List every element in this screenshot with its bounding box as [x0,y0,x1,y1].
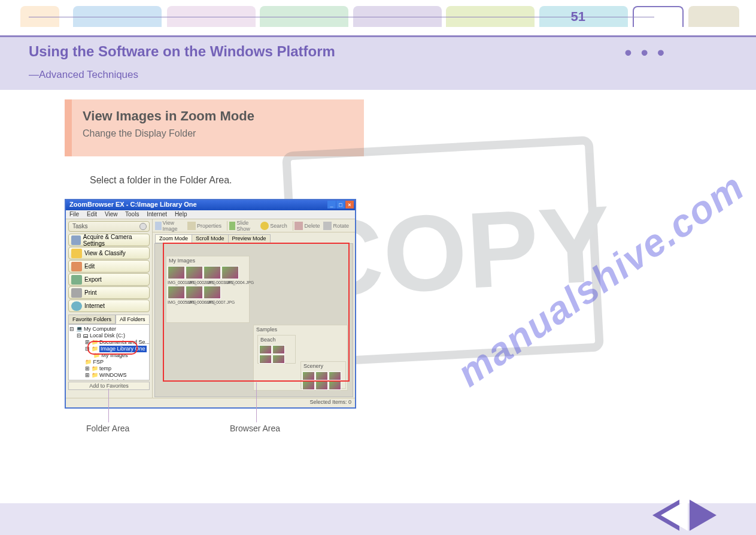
callout-folder-area: Folder Area [86,424,129,433]
task-export[interactable]: Export [68,273,150,286]
search-icon [260,222,269,230]
step-instruction: Select a folder in the Folder Area. [90,175,232,186]
window-titlebar: ZoomBrowser EX - C:\Image Library One _ … [66,200,355,210]
folder-beach[interactable]: Beach [257,335,296,364]
thumb[interactable] [168,286,185,299]
tab-zoom-mode[interactable]: Zoom Mode [155,234,192,243]
tb-properties[interactable]: Properties [187,222,221,230]
thumb[interactable] [329,381,341,390]
task-print-label: Print [84,289,97,296]
tasks-back-icon[interactable] [139,223,147,230]
task-internet-label: Internet [84,303,105,309]
footer [0,503,756,535]
task-edit[interactable]: Edit [68,260,150,273]
toolbar-sep-1 [227,221,227,231]
folder-tabs: Favorite Folders All Folders [68,315,150,324]
close-button[interactable]: × [345,201,354,208]
page-subtitle: —Advanced Techniques [29,69,138,81]
window-title-text: ZoomBrowser EX - C:\Image Library One [69,201,197,208]
folder-scenery[interactable]: Scenery [300,361,346,389]
tab-strip [0,6,756,37]
thumb[interactable] [186,266,203,279]
tree-local-disk-d: ⊞ 🖴 Local Disk (D:) [69,379,148,380]
task-view-classify[interactable]: View & Classify [68,247,150,259]
folder-tree[interactable]: ⊟ 💻 My Computer ⊟ 🖴 Local Disk (C:) ⊞ 📁 … [68,324,150,380]
folder-samples-label: Samples [254,325,347,334]
tab-favorite-folders[interactable]: Favorite Folders [68,315,116,324]
menu-help[interactable]: Help [175,211,187,217]
right-pane: View Image Properties Slide Show Search … [153,219,355,399]
thumb[interactable] [315,371,328,380]
maximize-button[interactable]: □ [336,201,345,208]
delete-icon [294,222,303,230]
thumb[interactable] [259,345,272,354]
browser-area[interactable]: My Images IMG_0001.JPG IMG_0002.JPG IMG_… [154,243,353,397]
camera-icon [71,235,81,245]
thumb[interactable] [302,371,315,380]
thumb[interactable] [259,355,272,364]
add-to-favorites-button[interactable]: Add to Favorites [68,382,150,390]
page-number: 51 [571,9,585,25]
tree-temp: ⊞ 📁 temp [69,365,148,372]
menu-tools[interactable]: Tools [125,211,139,217]
callout-browser-area: Browser Area [230,424,280,433]
thumb[interactable] [204,266,221,279]
header-dots-icon: • • • [624,41,666,64]
tasks-label: Tasks [72,223,88,229]
tab-preview-mode[interactable]: Preview Mode [228,234,271,243]
menu-edit[interactable]: Edit [87,211,97,217]
tab-all-folders[interactable]: All Folders [116,315,150,324]
tab-scroll-mode[interactable]: Scroll Mode [192,234,229,243]
task-acquire-label: Acquire & Camera Settings [83,234,147,247]
folder-beach-label: Beach [258,335,295,344]
tb-view-image[interactable]: View Image [155,220,184,232]
section-subtitle: Change the Display Folder [83,128,196,139]
tree-my-computer: ⊟ 💻 My Computer [69,326,148,333]
thumb[interactable] [302,381,315,390]
callout-line-browser-area [256,382,257,422]
section-heading-box: View Images in Zoom Mode Change the Disp… [65,99,364,156]
edit-icon [71,262,82,271]
thumb[interactable] [221,266,239,279]
footer-separator [29,17,654,17]
nav-prev-icon[interactable] [652,500,679,531]
tasks-header[interactable]: Tasks [68,221,150,232]
nav-next-icon[interactable] [690,500,716,531]
tree-windows: ⊞ 📁 WINDOWS [69,372,148,379]
task-view-label: View & Classify [84,250,126,256]
tb-search[interactable]: Search [260,222,287,230]
thumb[interactable] [272,345,285,354]
menu-view[interactable]: View [105,211,118,217]
watermark-text: manualshive.com [449,164,752,395]
properties-icon [187,222,196,230]
tb-slide-show[interactable]: Slide Show [229,220,257,232]
thumb[interactable] [272,355,285,364]
thumb[interactable] [329,371,341,380]
thumb[interactable] [186,286,203,299]
tab-8[interactable] [688,6,739,27]
tree-local-disk-c: ⊟ 🖴 Local Disk (C:) [69,333,148,339]
tb-delete[interactable]: Delete [294,222,320,230]
folder-my-images[interactable]: My Images IMG_0001.JPG IMG_0002.JPG IMG_… [166,256,250,323]
task-print[interactable]: Print [68,286,150,299]
menu-internet[interactable]: Internet [147,211,167,217]
task-edit-label: Edit [84,263,95,270]
task-acquire[interactable]: Acquire & Camera Settings [68,234,150,246]
accent-stripe [65,99,72,156]
toolbar: View Image Properties Slide Show Search … [153,219,355,232]
minimize-button[interactable]: _ [327,201,336,208]
menu-file[interactable]: File [69,211,79,217]
copy-letter-y: Y [535,181,614,309]
thumb[interactable] [204,286,221,299]
rotate-icon [323,222,332,230]
thumb[interactable] [168,266,185,279]
folder-scenery-label: Scenery [301,362,345,370]
thumb[interactable] [315,381,328,390]
folder-icon [71,249,82,258]
left-pane: Tasks Acquire & Camera Settings View & C… [66,219,153,399]
tb-rotate[interactable]: Rotate [323,222,349,230]
task-internet[interactable]: Internet [68,300,150,312]
task-list: Acquire & Camera Settings View & Classif… [68,234,150,312]
toolbar-sep-2 [293,221,293,231]
folder-samples[interactable]: Samples Beach Scenery [253,325,348,391]
